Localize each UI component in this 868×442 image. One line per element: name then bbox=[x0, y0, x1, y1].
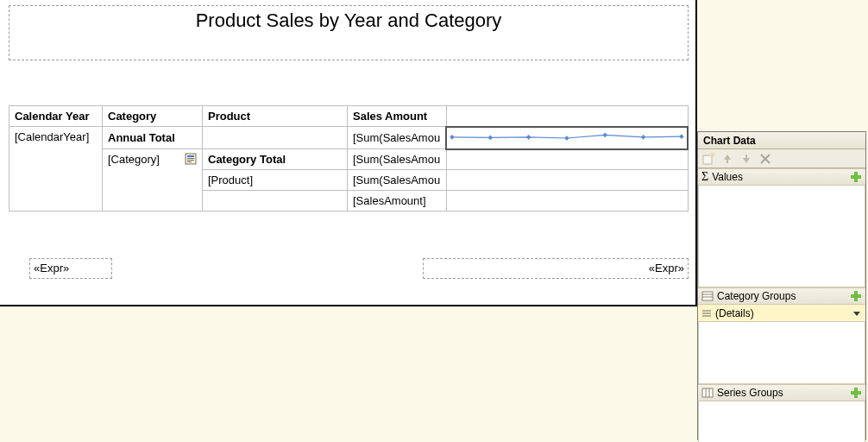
header-category[interactable]: Category bbox=[103, 106, 203, 127]
cell-category-text: [Category] bbox=[108, 153, 160, 166]
cell-detail-amount[interactable]: [SalesAmount] bbox=[348, 191, 447, 212]
move-down-icon[interactable] bbox=[739, 152, 753, 166]
svg-rect-10 bbox=[187, 160, 194, 161]
tablix-row-annual-total[interactable]: [CalendarYear] Annual Total [Sum(SalesAm… bbox=[9, 127, 689, 149]
cell-category-total-spark[interactable] bbox=[446, 149, 688, 170]
tablix-region[interactable]: Calendar Year Category Product Sales Amo… bbox=[9, 105, 689, 212]
cell-product[interactable]: [Product] bbox=[203, 170, 348, 191]
category-groups-icon bbox=[701, 290, 714, 302]
footer-left-expression[interactable]: «Expr» bbox=[29, 258, 112, 279]
new-field-icon[interactable] bbox=[701, 152, 715, 166]
header-sales-amount[interactable]: Sales Amount bbox=[348, 106, 447, 127]
values-section-header[interactable]: Σ Values bbox=[698, 168, 865, 186]
svg-rect-4 bbox=[603, 132, 608, 137]
svg-rect-11 bbox=[187, 161, 192, 162]
header-calendar-year[interactable]: Calendar Year bbox=[9, 106, 103, 127]
category-groups-label: Category Groups bbox=[717, 290, 796, 302]
sparkline-chart-cell[interactable] bbox=[446, 127, 688, 149]
delete-icon[interactable] bbox=[758, 152, 772, 166]
footer-right-expression[interactable]: «Expr» bbox=[423, 258, 689, 279]
svg-rect-8 bbox=[187, 155, 194, 157]
category-groups-drop-zone[interactable] bbox=[698, 322, 865, 384]
cell-category-total-amount[interactable]: [Sum(SalesAmou bbox=[348, 149, 447, 170]
series-groups-icon bbox=[701, 387, 714, 399]
cell-category[interactable]: [Category] bbox=[103, 149, 203, 212]
svg-rect-3 bbox=[564, 136, 569, 141]
values-drop-zone[interactable] bbox=[698, 186, 865, 287]
series-groups-drop-zone[interactable] bbox=[698, 401, 865, 442]
svg-rect-2 bbox=[526, 134, 531, 139]
details-icon bbox=[701, 308, 712, 319]
report-title-text: Product Sales by Year and Category bbox=[196, 9, 502, 31]
series-groups-section-header[interactable]: Series Groups bbox=[698, 384, 865, 401]
svg-rect-12 bbox=[703, 155, 712, 164]
values-label: Values bbox=[712, 171, 743, 183]
cell-calendar-year[interactable]: [CalendarYear] bbox=[9, 127, 103, 212]
svg-rect-28 bbox=[851, 391, 861, 395]
report-title-textbox[interactable]: Product Sales by Year and Category bbox=[9, 5, 689, 60]
tablix-row-category-total[interactable]: [Category] Category Total [Sum(SalesAmou bbox=[9, 149, 689, 170]
header-product[interactable]: Product bbox=[203, 106, 348, 127]
cell-annual-total-product[interactable] bbox=[203, 127, 348, 149]
svg-rect-24 bbox=[702, 388, 713, 397]
report-design-surface[interactable]: Product Sales by Year and Category Calen… bbox=[0, 0, 697, 306]
header-sparkline-col[interactable] bbox=[446, 106, 688, 127]
cell-product-amount[interactable]: [Sum(SalesAmou bbox=[348, 170, 447, 191]
sparkline-chart bbox=[447, 128, 687, 148]
details-label: (Details) bbox=[715, 307, 754, 319]
cell-detail-product[interactable] bbox=[203, 191, 348, 212]
add-value-icon[interactable] bbox=[850, 171, 862, 183]
add-series-group-icon[interactable] bbox=[850, 387, 862, 399]
chart-data-panel[interactable]: Chart Data Σ Values Category Groups bbox=[697, 131, 866, 440]
group-indicator-icon bbox=[185, 153, 197, 165]
svg-rect-1 bbox=[488, 135, 494, 140]
svg-rect-9 bbox=[187, 158, 194, 159]
category-group-details-item[interactable]: (Details) bbox=[698, 305, 865, 322]
details-dropdown-icon[interactable] bbox=[852, 308, 862, 319]
svg-rect-20 bbox=[851, 294, 861, 298]
cell-detail-spark[interactable] bbox=[446, 191, 688, 212]
svg-rect-6 bbox=[679, 134, 684, 139]
svg-rect-5 bbox=[641, 134, 646, 139]
cell-category-total-label[interactable]: Category Total bbox=[203, 149, 348, 170]
svg-rect-0 bbox=[450, 134, 455, 139]
move-up-icon[interactable] bbox=[720, 152, 734, 166]
series-groups-label: Series Groups bbox=[717, 387, 783, 399]
category-groups-section-header[interactable]: Category Groups bbox=[698, 287, 865, 305]
cell-annual-total-label[interactable]: Annual Total bbox=[103, 127, 203, 149]
svg-rect-15 bbox=[851, 175, 861, 179]
cell-annual-total-amount[interactable]: [Sum(SalesAmou bbox=[348, 127, 447, 149]
tablix-header-row[interactable]: Calendar Year Category Product Sales Amo… bbox=[9, 106, 689, 127]
svg-point-13 bbox=[711, 153, 714, 156]
cell-product-spark[interactable] bbox=[446, 170, 688, 191]
sigma-icon: Σ bbox=[701, 170, 708, 184]
add-category-group-icon[interactable] bbox=[850, 290, 862, 302]
svg-rect-16 bbox=[702, 292, 713, 300]
chart-data-panel-title[interactable]: Chart Data bbox=[698, 132, 865, 149]
chart-data-toolbar bbox=[698, 149, 865, 168]
